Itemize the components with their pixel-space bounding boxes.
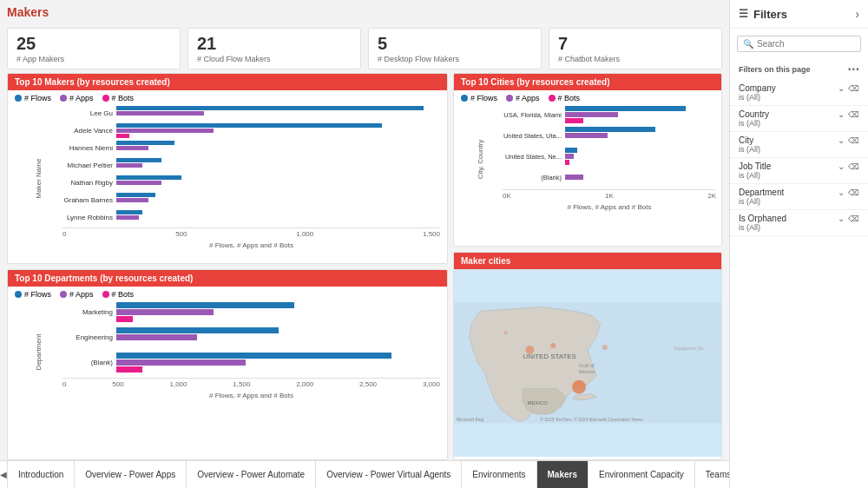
apps-bar [116, 111, 204, 115]
bots-bar [116, 134, 129, 138]
filter-department-header: Department ⌄ ⌫ [739, 188, 859, 197]
filter-company-chevron[interactable]: ⌄ [838, 83, 845, 93]
table-row: Adele Vance [62, 123, 440, 138]
maker-cities-panel: Maker cities U [453, 252, 722, 460]
bots-bar [565, 160, 569, 165]
table-row: Lee Gu [62, 106, 440, 121]
maker-name: Michael Peltier [62, 162, 116, 169]
map-svg: UNITED STATES MEXICO Gulf of Mexico Sarg… [454, 269, 721, 457]
filter-department-erase[interactable]: ⌫ [848, 188, 859, 197]
tab-environment-capacity[interactable]: Environment Capacity [589, 461, 695, 488]
search-box[interactable]: 🔍 [737, 36, 861, 52]
makers-bars-area: Lee Gu Adele Vance [62, 106, 440, 251]
legend-apps: # Apps [60, 290, 94, 299]
filter-is-orphaned-value: is (All) [739, 223, 859, 232]
flows-label: # Flows [470, 94, 497, 102]
flows-bar [116, 106, 424, 110]
filter-is-orphaned-erase[interactable]: ⌫ [848, 214, 859, 223]
flows-dot [461, 95, 468, 102]
dept-name: Marketing [62, 308, 116, 316]
filter-company-erase[interactable]: ⌫ [848, 84, 859, 93]
flows-bar [116, 158, 161, 162]
bots-bar [116, 366, 142, 373]
filter-job-title-header: Job Title ⌄ ⌫ [739, 162, 859, 171]
filter-city-erase[interactable]: ⌫ [848, 136, 859, 145]
apps-bar [565, 112, 618, 117]
filter-country-erase[interactable]: ⌫ [848, 110, 859, 119]
tab-overview-power-virtual-agents[interactable]: Overview - Power Virtual Agents [316, 461, 462, 488]
map-container: UNITED STATES MEXICO Gulf of Mexico Sarg… [454, 269, 721, 457]
flows-bar [116, 141, 174, 145]
dept-name: Engineering [62, 333, 116, 341]
main-container: Makers 25 # App Makers 21 # Cloud Flow M… [0, 0, 868, 488]
filters-header: ☰ Filters › [730, 0, 868, 29]
nav-prev-arrow[interactable]: ◀ [0, 461, 8, 488]
city-name: United States, Uta... [503, 132, 565, 140]
kpi-cloud-flow-label: # Cloud Flow Makers [197, 55, 352, 63]
legend-apps: # Apps [60, 94, 94, 102]
bar-group [116, 123, 440, 138]
flows-bar [116, 302, 294, 308]
apps-bar [116, 334, 197, 340]
search-icon: 🔍 [743, 39, 753, 49]
legend-bots: # Bots [102, 94, 135, 102]
filter-department-chevron[interactable]: ⌄ [838, 188, 845, 197]
tab-makers[interactable]: Makers [537, 461, 589, 488]
kpi-card-desktop-flow-makers: 5 # Desktop Flow Makers [368, 28, 542, 69]
table-row: USA, Florida, Miami [503, 106, 716, 123]
filters-expand-icon[interactable]: › [855, 7, 859, 21]
tab-overview-power-automate[interactable]: Overview - Power Automate [187, 461, 316, 488]
table-row: (Blank) [503, 168, 716, 186]
search-input[interactable] [757, 39, 867, 49]
flows-bar [116, 193, 155, 197]
filter-country-actions: ⌄ ⌫ [838, 109, 859, 119]
charts-area: Top 10 Makers (by resources created) # F… [0, 73, 729, 460]
kpi-row: 25 # App Makers 21 # Cloud Flow Makers 5… [0, 21, 729, 73]
filter-country-header: Country ⌄ ⌫ [739, 109, 859, 119]
makers-y-axis-label: Maker Name [35, 159, 43, 199]
filter-job-title-erase[interactable]: ⌫ [848, 162, 859, 171]
map-bubble-other [602, 345, 608, 350]
legend-apps: # Apps [506, 94, 540, 102]
tab-overview-power-apps[interactable]: Overview - Power Apps [75, 461, 187, 488]
page-title: Makers [0, 0, 729, 21]
table-row: Lynne Robbins [62, 210, 440, 225]
filter-country-chevron[interactable]: ⌄ [838, 109, 845, 119]
apps-bar [116, 146, 148, 150]
top10-departments-panel: Top 10 Departments (by resources created… [7, 269, 448, 460]
tab-introduction[interactable]: Introduction [8, 461, 75, 488]
departments-bars-area: Marketing Engineering [62, 302, 440, 401]
apps-bar [565, 175, 583, 180]
cities-bars-area: USA, Florida, Miami United States, Uta..… [503, 106, 716, 213]
top10-departments-title: Top 10 Departments (by resources created… [8, 270, 447, 287]
flows-bar [116, 353, 391, 359]
table-row: United States, Ne... [503, 148, 716, 165]
filter-job-title-actions: ⌄ ⌫ [838, 162, 859, 171]
flows-dot [15, 291, 22, 298]
tab-environments[interactable]: Environments [462, 461, 536, 488]
apps-bar [116, 129, 214, 133]
tab-teams-environments[interactable]: Teams Environments [695, 461, 729, 488]
bar-group [565, 106, 716, 123]
table-row: Engineering [62, 327, 440, 347]
filter-icon: ☰ [739, 8, 748, 20]
top10-makers-panel: Top 10 Makers (by resources created) # F… [7, 73, 448, 264]
filter-city-chevron[interactable]: ⌄ [838, 135, 845, 145]
filters-options-icon[interactable]: ⋯ [847, 63, 859, 76]
filter-city-header: City ⌄ ⌫ [739, 135, 859, 145]
left-charts: Top 10 Makers (by resources created) # F… [7, 73, 448, 460]
top10-cities-title: Top 10 Cities (by resources created) [454, 74, 721, 90]
maker-name: Lynne Robbins [62, 214, 116, 221]
bar-group [116, 210, 440, 225]
makers-x-axis-label: # Flows, # Apps and # Bots [62, 240, 440, 251]
city-y-axis-label: City, Country [477, 140, 484, 180]
bar-group [116, 175, 440, 190]
bar-group [116, 353, 440, 373]
filter-is-orphaned-chevron[interactable]: ⌄ [838, 214, 845, 223]
bar-group [116, 327, 440, 347]
filter-job-title-chevron[interactable]: ⌄ [838, 162, 845, 171]
makers-legend: # Flows # Apps # Bots [8, 90, 447, 106]
filter-is-orphaned: Is Orphaned ⌄ ⌫ is (All) [730, 210, 868, 236]
kpi-chatbot-number: 7 [558, 34, 713, 53]
flows-bar [565, 148, 577, 153]
